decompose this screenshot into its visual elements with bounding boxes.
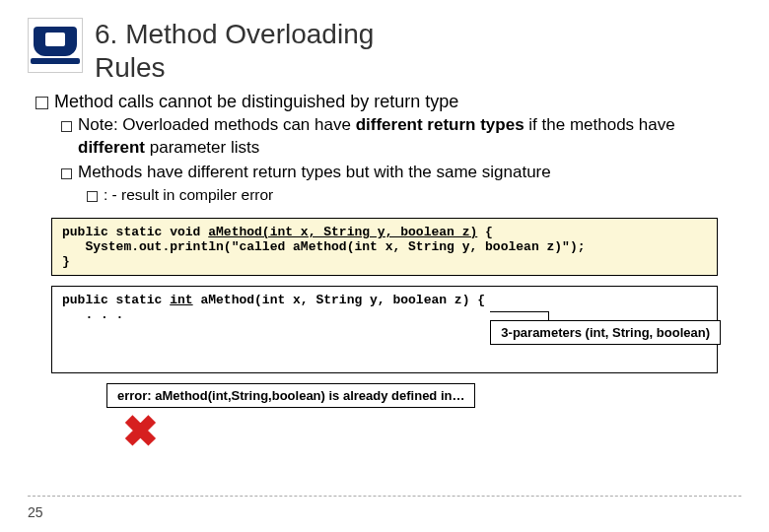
compiler-error-box: error: aMethod(int,String,boolean) is al… [106, 383, 475, 408]
bullet-icon [61, 121, 72, 132]
bullet-level-3: : - result in compiler error [87, 186, 741, 204]
parameters-callout: 3-parameters (int, String, boolean) [490, 320, 721, 345]
bullet-2b-text: Methods have different return types but … [78, 162, 741, 184]
bullet-2a-text: Note: Overloaded methods can have differ… [78, 114, 741, 160]
code-block-int: public static int aMethod(int x, String … [51, 286, 718, 373]
slide-title: 6. Method Overloading Rules [95, 18, 374, 84]
slide: 6. Method Overloading Rules Method calls… [0, 0, 769, 532]
bullet-icon [35, 97, 48, 109]
university-crest-logo [28, 18, 83, 73]
bullet-icon [61, 168, 72, 179]
bullet-1-text: Method calls cannot be distinguished by … [54, 92, 741, 112]
bullet-level-2: Methods have different return types but … [61, 162, 741, 184]
bullet-level-2: Note: Overloaded methods can have differ… [61, 114, 741, 160]
title-line-1: 6. Method Overloading [95, 18, 374, 51]
note-label: Note: [78, 115, 118, 134]
slide-header: 6. Method Overloading Rules [28, 18, 741, 84]
footer-divider [28, 496, 741, 497]
bullet-level-1: Method calls cannot be distinguished by … [35, 92, 741, 112]
error-cross-icon: ✖ [122, 412, 741, 451]
content-area: Method calls cannot be distinguished by … [28, 92, 741, 204]
bullet-3-text: : - result in compiler error [104, 186, 741, 204]
bullet-icon [87, 191, 98, 202]
page-number: 25 [28, 504, 43, 520]
code-block-void: public static void aMethod(int x, String… [51, 218, 718, 276]
title-line-2: Rules [95, 51, 374, 85]
